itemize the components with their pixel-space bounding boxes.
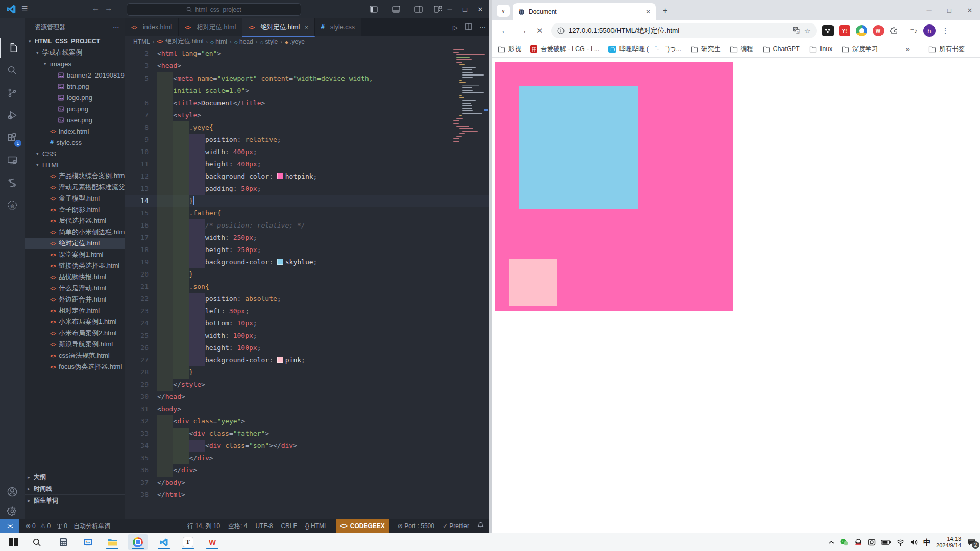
taskbar-app-typora[interactable]: T (178, 534, 198, 550)
browser-close-button[interactable]: ✕ (960, 0, 980, 20)
tree-item[interactable]: #style.css (24, 137, 125, 148)
bookmark-item[interactable]: ChatGPT (763, 45, 800, 53)
code-line[interactable]: 32<div class="yeye"> (125, 415, 489, 428)
explorer-icon[interactable] (0, 38, 26, 58)
editor-tab[interactable]: #style.css (315, 18, 361, 36)
bookmarks-overflow-icon[interactable]: » (905, 45, 910, 53)
explorer-actions-icon[interactable]: ⋯ (113, 23, 119, 31)
code-line[interactable]: initial-scale=1.0"> (125, 85, 489, 97)
editor-tab[interactable]: <>index.html (125, 18, 179, 36)
notifications-bell-icon[interactable] (477, 522, 484, 530)
breadcrumb-item[interactable]: HTML (133, 38, 150, 45)
tree-item[interactable]: <>课堂案例1.html (24, 249, 125, 260)
tree-item[interactable]: <>链接伪类选择器.html (24, 260, 125, 271)
split-editor-icon[interactable] (465, 23, 472, 32)
tree-item[interactable]: <>focus伪类选择器.html (24, 361, 125, 372)
cursor-position[interactable]: 行 14, 列 10 (187, 522, 220, 531)
tree-item[interactable]: <>产品模块综合案例.html (24, 170, 125, 182)
tree-item[interactable]: <>小米布局案例1.html (24, 316, 125, 328)
translate-icon[interactable]: 文A (793, 26, 800, 35)
bookmark-item[interactable]: 编程 (730, 45, 753, 54)
extensions-puzzle-icon[interactable] (890, 26, 898, 36)
extension-swirl-icon[interactable] (856, 25, 867, 36)
remote-explorer-icon[interactable] (0, 150, 24, 170)
media-controls-icon[interactable]: ≡♪ (910, 27, 918, 35)
tree-item[interactable]: <>外边距合并.html (24, 294, 125, 305)
extension-tampermonkey-icon[interactable] (822, 25, 834, 36)
taskbar-app-vscode[interactable] (154, 534, 174, 550)
code-line[interactable]: 7<style> (125, 109, 489, 121)
bookmark-item[interactable]: 研究生 (691, 45, 721, 54)
code-line[interactable]: 23left: 30px; (125, 305, 489, 317)
browser-menu-icon[interactable]: ⋮ (942, 26, 949, 35)
code-line[interactable]: 31<body> (125, 403, 489, 415)
battery-icon[interactable] (881, 539, 891, 545)
code-line[interactable]: 24bottom: 10px; (125, 317, 489, 330)
breadcrumb-item[interactable]: ◆ .yeye (285, 38, 305, 45)
tree-item[interactable]: <>后代选择器.html (24, 215, 125, 227)
tray-expand-icon[interactable] (828, 539, 835, 545)
taskbar-app-start[interactable] (3, 534, 23, 550)
code-line[interactable]: 2<html lang="en"> (125, 47, 489, 60)
browser-tab[interactable]: Document ✕ (513, 3, 656, 20)
volume-icon[interactable] (910, 539, 918, 546)
code-line[interactable]: 37</body> (125, 477, 489, 489)
code-line[interactable]: 9position: relative; (125, 134, 489, 146)
stop-loading-icon[interactable]: ✕ (536, 26, 543, 35)
tree-item[interactable]: <>简单的小米侧边栏.html (24, 227, 125, 238)
code-line[interactable]: 27background-color: pink; (125, 354, 489, 366)
taskbar-app-explorer[interactable] (102, 534, 122, 550)
toggle-sidebar-icon[interactable] (370, 5, 378, 13)
prettier-status[interactable]: ✓ Prettier (443, 522, 469, 530)
tree-item[interactable]: <>品忧购快报.html (24, 271, 125, 283)
minimap[interactable] (453, 49, 485, 143)
tree-item[interactable]: logo.png (24, 92, 125, 103)
code-line[interactable]: 14} (125, 195, 489, 207)
editor-tab[interactable]: <>绝对定位.html× (242, 18, 315, 37)
code-line[interactable]: 19background-color: skyblue; (125, 256, 489, 268)
bookmark-item[interactable]: 所有书签 (928, 45, 965, 54)
wechat-tray-icon[interactable] (840, 538, 849, 547)
tree-item[interactable]: btn.png (24, 81, 125, 92)
meeting-plugin-icon[interactable]: 会 (0, 195, 24, 215)
recorder-tray-icon[interactable] (868, 538, 876, 546)
browser-minimize-button[interactable]: ─ (919, 0, 939, 20)
taskbar-app-search[interactable] (27, 534, 47, 550)
auto-analyze-words[interactable]: 自动分析单词 (74, 522, 110, 531)
site-info-icon[interactable] (557, 27, 565, 34)
tab-search-button[interactable]: ∨ (497, 5, 510, 17)
code-line[interactable]: 22position: absolute; (125, 293, 489, 305)
remote-indicator[interactable]: >< (0, 519, 19, 533)
taskbar-app-chrome[interactable] (128, 534, 148, 550)
code-line[interactable]: 26height: 100px; (125, 342, 489, 354)
code-line[interactable]: 11height: 400px; (125, 158, 489, 170)
tree-item[interactable]: user.png (24, 114, 125, 126)
code-line[interactable]: 36</div> (125, 464, 489, 477)
sidebar-section-大纲[interactable]: ▸大纲 (24, 471, 125, 483)
code-line[interactable]: 30</head> (125, 391, 489, 403)
command-search-input[interactable]: html_css_project (127, 3, 301, 16)
tree-item[interactable]: <>css语法规范.html (24, 350, 125, 361)
language-mode[interactable]: {} HTML (305, 522, 328, 530)
browser-maximize-button[interactable]: □ (939, 0, 960, 20)
bookmark-item[interactable]: 深度学习 (842, 45, 878, 54)
scrollbar-thumb[interactable] (484, 109, 488, 111)
breadcrumb-item[interactable]: ◇ style (260, 38, 278, 45)
tree-item[interactable]: <>相对定位.html (24, 305, 125, 316)
code-line[interactable]: 3<head> (125, 60, 489, 72)
profile-avatar[interactable]: h (923, 24, 936, 37)
nav-forward-icon[interactable]: → (105, 4, 112, 12)
taskbar-app-photos[interactable] (78, 534, 98, 550)
tree-item[interactable]: ▾CSS (24, 148, 125, 159)
code-line[interactable]: 20} (125, 268, 489, 281)
code-line[interactable]: 18height: 250px; (125, 244, 489, 256)
tree-item[interactable]: pic.png (24, 103, 125, 114)
code-line[interactable]: 6<title>Document</title> (125, 97, 489, 109)
address-bar[interactable]: 127.0.0.1:5500/HTML/绝对定位.html 文A ☆ (551, 23, 817, 38)
tree-item[interactable]: <>新浪导航案例.html (24, 339, 125, 350)
sidebar-section-时间线[interactable]: ▸时间线 (24, 483, 125, 494)
taskbar-app-calc[interactable] (53, 534, 74, 550)
forward-icon[interactable]: → (519, 26, 527, 36)
code-line[interactable]: 5<meta name="viewport" content="width=de… (125, 72, 489, 85)
source-control-icon[interactable] (0, 83, 24, 103)
